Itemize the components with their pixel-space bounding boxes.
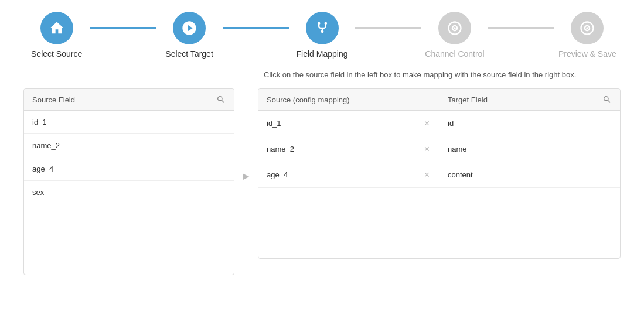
mapping-row-1: id_1 × id (258, 111, 620, 136)
preview-icon (579, 20, 595, 36)
mapping-table-header: Source (config mapping) Target Field (258, 89, 620, 111)
fork-icon (314, 20, 330, 36)
connector-3 (355, 27, 421, 29)
mapping-source-3: age_4 × (258, 164, 439, 186)
mapping-area: Source Field id_1 name_2 age_4 sex ► Sou… (23, 88, 621, 275)
source-list: Source Field id_1 name_2 age_4 sex (23, 88, 234, 275)
step-circle-channel-control (438, 12, 471, 44)
search-icon (216, 95, 226, 104)
step-label-channel-control: Channel Control (425, 49, 484, 59)
step-circle-select-target (173, 12, 206, 44)
mapping-target-3: content (439, 164, 620, 185)
source-item-name2[interactable]: name_2 (24, 134, 234, 157)
content-area: Click on the source field in the left bo… (0, 64, 644, 287)
step-preview-save[interactable]: Preview & Save (554, 12, 621, 59)
step-label-preview-save: Preview & Save (558, 49, 616, 59)
mapping-target-2: name (439, 139, 620, 159)
instruction-text: Click on the source field in the left bo… (264, 70, 621, 79)
svg-point-0 (454, 27, 456, 29)
svg-point-1 (587, 27, 589, 29)
mapping-row-3: age_4 × content (258, 162, 620, 188)
step-circle-field-mapping (306, 12, 339, 44)
right-arrow-icon: ► (241, 170, 251, 183)
step-label-select-target: Select Target (165, 49, 213, 59)
source-list-empty (24, 204, 234, 275)
mapping-source-empty (258, 217, 439, 229)
source-field-label: Source Field (32, 95, 75, 104)
mapping-row-2: name_2 × name (258, 136, 620, 162)
step-label-field-mapping: Field Mapping (297, 49, 348, 59)
source-search-button[interactable] (216, 95, 226, 104)
connector-1 (90, 27, 156, 29)
step-select-source[interactable]: Select Source (23, 12, 90, 59)
target-search-icon (602, 95, 612, 104)
step-select-target[interactable]: Select Target (156, 12, 222, 59)
target-search-button[interactable] (602, 95, 612, 104)
home-icon (49, 20, 65, 36)
source-config-header: Source (config mapping) (258, 89, 439, 110)
step-circle-select-source (40, 12, 73, 44)
dial-icon (447, 20, 463, 36)
mapping-table: Source (config mapping) Target Field id_… (258, 88, 621, 259)
step-label-select-source: Select Source (31, 49, 82, 59)
step-field-mapping[interactable]: Field Mapping (289, 12, 355, 59)
remove-mapping-3[interactable]: × (423, 170, 431, 180)
source-list-header: Source Field (24, 89, 234, 111)
mapping-row-empty (258, 188, 620, 258)
stepper: Select Source Select Target Field Mappin… (0, 0, 644, 64)
step-circle-preview-save (571, 12, 604, 44)
connector-2 (223, 27, 289, 29)
mapping-target-empty (439, 217, 620, 229)
source-item-sex[interactable]: sex (24, 181, 234, 204)
remove-mapping-1[interactable]: × (423, 119, 431, 128)
remove-mapping-2[interactable]: × (423, 145, 431, 154)
source-item-age4[interactable]: age_4 (24, 157, 234, 181)
target-icon (181, 20, 197, 36)
source-item-id1[interactable]: id_1 (24, 111, 234, 134)
connector-4 (488, 27, 554, 29)
mapping-target-1: id (439, 113, 620, 133)
target-field-header: Target Field (439, 89, 620, 110)
step-channel-control[interactable]: Channel Control (421, 12, 488, 59)
mapping-source-1: id_1 × (258, 113, 439, 134)
arrow-connector: ► (234, 88, 258, 183)
mapping-source-2: name_2 × (258, 139, 439, 160)
